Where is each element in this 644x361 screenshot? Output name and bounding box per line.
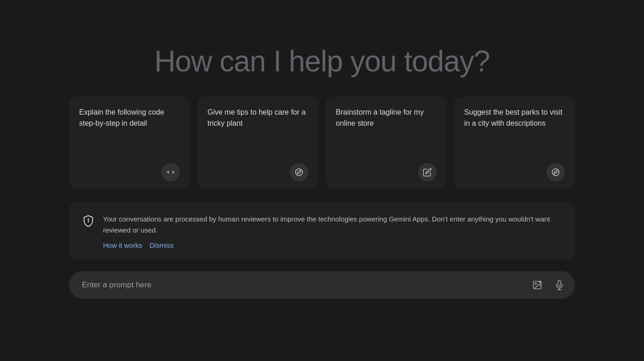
card-tagline-text: Brainstorm a tagline for my online store — [336, 107, 437, 149]
input-actions — [528, 276, 569, 294]
card-code[interactable]: Explain the following code step-by-step … — [69, 97, 190, 189]
card-code-icon-wrapper — [79, 163, 180, 181]
dismiss-link[interactable]: Dismiss — [150, 241, 174, 249]
svg-marker-11 — [554, 170, 557, 174]
notice-content: Your conversations are processed by huma… — [103, 214, 562, 249]
card-tagline[interactable]: Brainstorm a tagline for my online store — [326, 97, 447, 189]
how-it-works-link[interactable]: How it works — [103, 241, 142, 249]
input-container — [69, 271, 575, 299]
add-image-button[interactable] — [528, 276, 546, 294]
notice-text: Your conversations are processed by huma… — [103, 214, 562, 236]
main-container: How can I help you today? Explain the fo… — [69, 44, 575, 299]
svg-point-13 — [88, 218, 88, 219]
card-tagline-icon-circle — [418, 163, 437, 181]
card-plant[interactable]: Give me tips to help care for a tricky p… — [197, 97, 318, 189]
card-parks[interactable]: Suggest the best parks to visit in a cit… — [454, 97, 575, 189]
edit-icon — [423, 168, 432, 177]
notice-icon — [82, 215, 95, 229]
compass-icon-plant — [294, 168, 304, 177]
microphone-icon — [554, 280, 564, 290]
card-parks-text: Suggest the best parks to visit in a cit… — [464, 107, 565, 149]
image-add-icon — [532, 280, 542, 290]
card-plant-icon-wrapper — [207, 163, 308, 181]
svg-point-6 — [552, 169, 559, 175]
microphone-button[interactable] — [550, 276, 569, 294]
svg-point-15 — [535, 283, 536, 284]
card-parks-icon-wrapper — [464, 163, 565, 181]
card-parks-icon-circle — [546, 163, 565, 181]
prompt-input[interactable] — [69, 271, 575, 299]
card-plant-icon-circle — [290, 163, 308, 181]
code-icon — [166, 168, 175, 177]
card-plant-text: Give me tips to help care for a tricky p… — [207, 107, 308, 149]
svg-point-0 — [296, 169, 303, 175]
notice-links: How it works Dismiss — [103, 241, 562, 249]
suggestion-cards: Explain the following code step-by-step … — [69, 97, 575, 189]
shield-info-icon — [82, 215, 95, 227]
card-tagline-icon-wrapper — [336, 163, 437, 181]
notice-banner: Your conversations are processed by huma… — [69, 203, 575, 260]
card-code-icon-circle — [161, 163, 180, 181]
page-title: How can I help you today? — [154, 44, 489, 78]
card-code-text: Explain the following code step-by-step … — [79, 107, 180, 149]
compass-icon-parks — [551, 168, 560, 177]
svg-marker-5 — [297, 170, 300, 174]
